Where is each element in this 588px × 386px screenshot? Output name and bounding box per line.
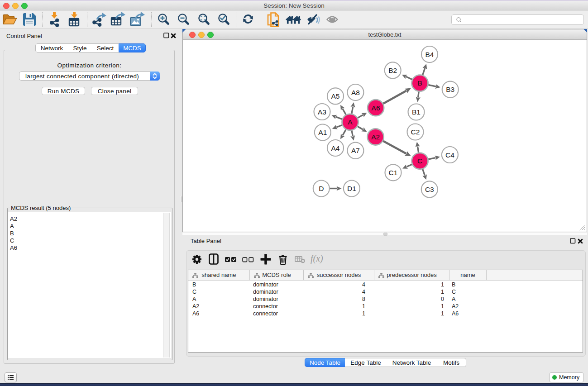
svg-text:A5: A5 [331, 92, 340, 100]
svg-text:A6: A6 [372, 104, 380, 112]
svg-text:B: B [417, 79, 422, 87]
svg-text:C4: C4 [445, 151, 454, 159]
svg-text:D1: D1 [347, 185, 356, 192]
svg-text:A3: A3 [318, 108, 326, 116]
svg-text:C: C [417, 157, 422, 165]
svg-text:B1: B1 [412, 108, 421, 116]
svg-text:B4: B4 [425, 51, 434, 58]
svg-text:A8: A8 [351, 89, 360, 96]
svg-text:C3: C3 [425, 186, 434, 193]
svg-text:A2: A2 [371, 133, 380, 141]
svg-text:B3: B3 [446, 86, 454, 93]
svg-text:A7: A7 [351, 147, 360, 154]
svg-text:A1: A1 [318, 129, 327, 136]
svg-text:C1: C1 [389, 169, 398, 176]
svg-text:A4: A4 [331, 144, 340, 152]
svg-text:C2: C2 [411, 128, 420, 136]
svg-text:B2: B2 [388, 67, 397, 74]
svg-text:D: D [319, 185, 324, 192]
svg-text:A: A [348, 118, 353, 126]
